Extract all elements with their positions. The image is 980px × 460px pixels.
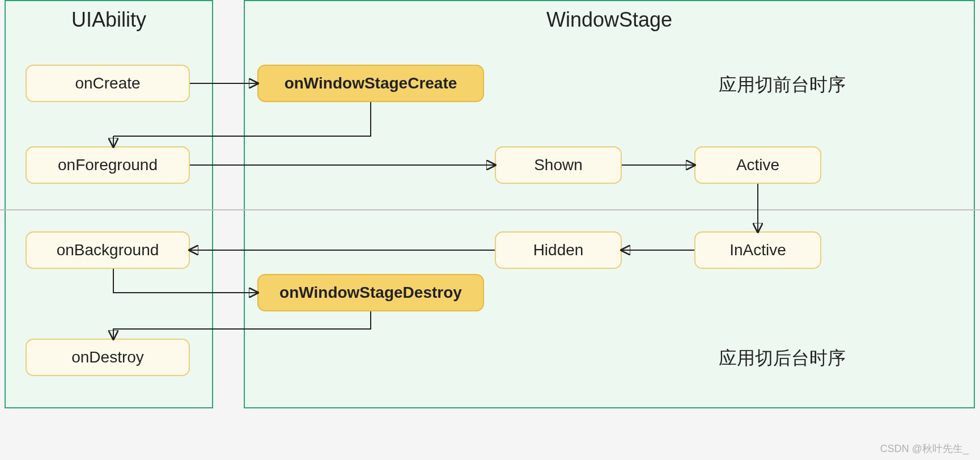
node-onbackground: onBackground bbox=[26, 231, 190, 269]
diagram-canvas: UIAbility WindowStage 应用切前台时序 应用切后台时序 on… bbox=[0, 0, 980, 460]
node-oncreate: onCreate bbox=[26, 65, 190, 102]
node-onwindowstagedestroy: onWindowStageDestroy bbox=[257, 274, 484, 311]
node-hidden: Hidden bbox=[495, 231, 622, 269]
node-ondestroy: onDestroy bbox=[26, 339, 190, 376]
panel-uiability-title: UIAbility bbox=[6, 8, 212, 32]
panel-windowstage: WindowStage bbox=[244, 0, 975, 408]
foreground-sequence-label: 应用切前台时序 bbox=[719, 73, 846, 98]
background-sequence-label: 应用切后台时序 bbox=[719, 346, 846, 371]
divider-line bbox=[0, 209, 980, 210]
node-inactive: InActive bbox=[694, 231, 821, 269]
watermark: CSDN @秋叶先生_ bbox=[880, 442, 969, 455]
node-active: Active bbox=[694, 146, 821, 184]
panel-windowstage-title: WindowStage bbox=[245, 8, 974, 32]
node-onforeground: onForeground bbox=[26, 146, 190, 184]
node-onwindowstagecreate: onWindowStageCreate bbox=[257, 65, 484, 102]
node-shown: Shown bbox=[495, 146, 622, 184]
